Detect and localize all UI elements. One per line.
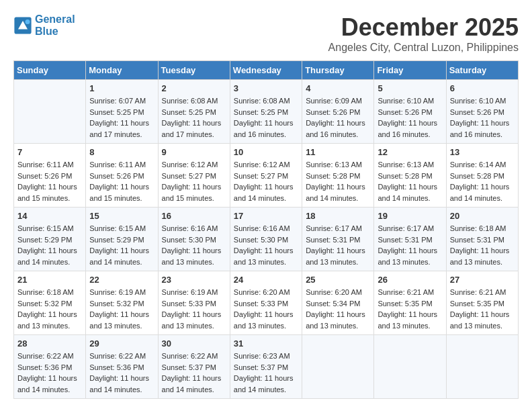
day-info: Sunrise: 6:16 AMSunset: 5:30 PMDaylight:…: [234, 223, 298, 267]
calendar-cell: [374, 335, 446, 399]
calendar-cell: 8Sunrise: 6:11 AMSunset: 5:26 PMDaylight…: [86, 144, 158, 208]
day-number: 23: [162, 275, 226, 285]
calendar-week-row: 28Sunrise: 6:22 AMSunset: 5:36 PMDayligh…: [14, 335, 519, 399]
calendar-cell: 29Sunrise: 6:22 AMSunset: 5:36 PMDayligh…: [86, 335, 158, 399]
day-number: 29: [89, 338, 154, 349]
day-number: 26: [378, 275, 442, 285]
day-info: Sunrise: 6:08 AMSunset: 5:25 PMDaylight:…: [162, 95, 226, 140]
weekday-header: Wednesday: [230, 61, 302, 80]
day-info: Sunrise: 6:08 AMSunset: 5:25 PMDaylight:…: [234, 95, 298, 140]
day-number: 4: [306, 83, 370, 93]
day-info: Sunrise: 6:18 AMSunset: 5:32 PMDaylight:…: [17, 287, 82, 331]
calendar-cell: 24Sunrise: 6:20 AMSunset: 5:33 PMDayligh…: [230, 271, 302, 335]
weekday-header: Thursday: [302, 61, 374, 80]
calendar-cell: 21Sunrise: 6:18 AMSunset: 5:32 PMDayligh…: [14, 271, 86, 335]
weekday-header: Monday: [86, 61, 158, 80]
day-info: Sunrise: 6:21 AMSunset: 5:35 PMDaylight:…: [450, 287, 515, 331]
day-info: Sunrise: 6:17 AMSunset: 5:31 PMDaylight:…: [378, 223, 442, 267]
calendar-week-row: 14Sunrise: 6:15 AMSunset: 5:29 PMDayligh…: [14, 208, 519, 271]
day-info: Sunrise: 6:22 AMSunset: 5:36 PMDaylight:…: [17, 351, 82, 395]
calendar-cell: 4Sunrise: 6:09 AMSunset: 5:26 PMDaylight…: [302, 80, 374, 144]
day-number: 10: [234, 147, 298, 157]
day-number: 5: [378, 83, 442, 93]
day-number: 13: [450, 147, 515, 157]
calendar-cell: 25Sunrise: 6:20 AMSunset: 5:34 PMDayligh…: [302, 271, 374, 335]
calendar-cell: 30Sunrise: 6:22 AMSunset: 5:37 PMDayligh…: [158, 335, 230, 399]
day-number: 2: [162, 83, 226, 93]
day-info: Sunrise: 6:19 AMSunset: 5:32 PMDaylight:…: [89, 287, 154, 331]
month-title: December 2025: [328, 13, 519, 42]
day-info: Sunrise: 6:17 AMSunset: 5:31 PMDaylight:…: [306, 223, 370, 267]
day-number: 14: [17, 211, 82, 221]
day-number: 3: [234, 83, 298, 93]
day-number: 7: [17, 147, 82, 157]
calendar-cell: 27Sunrise: 6:21 AMSunset: 5:35 PMDayligh…: [446, 271, 518, 335]
calendar-cell: 26Sunrise: 6:21 AMSunset: 5:35 PMDayligh…: [374, 271, 446, 335]
day-number: 20: [450, 211, 515, 221]
calendar-week-row: 21Sunrise: 6:18 AMSunset: 5:32 PMDayligh…: [14, 271, 519, 335]
calendar-cell: [446, 335, 518, 399]
day-number: 11: [306, 147, 370, 157]
calendar-cell: 15Sunrise: 6:15 AMSunset: 5:29 PMDayligh…: [86, 208, 158, 271]
day-number: 1: [89, 83, 154, 93]
day-info: Sunrise: 6:20 AMSunset: 5:34 PMDaylight:…: [306, 287, 370, 331]
day-number: 17: [234, 211, 298, 221]
day-number: 22: [89, 275, 154, 285]
day-number: 30: [162, 338, 226, 349]
weekday-header: Sunday: [14, 61, 86, 80]
day-info: Sunrise: 6:15 AMSunset: 5:29 PMDaylight:…: [17, 223, 82, 267]
calendar-cell: 23Sunrise: 6:19 AMSunset: 5:33 PMDayligh…: [158, 271, 230, 335]
weekday-header: Tuesday: [158, 61, 230, 80]
title-section: December 2025 Angeles City, Central Luzo…: [328, 13, 519, 54]
day-info: Sunrise: 6:11 AMSunset: 5:26 PMDaylight:…: [17, 159, 82, 203]
calendar-cell: 19Sunrise: 6:17 AMSunset: 5:31 PMDayligh…: [374, 208, 446, 271]
calendar-cell: 31Sunrise: 6:23 AMSunset: 5:37 PMDayligh…: [230, 335, 302, 399]
day-info: Sunrise: 6:14 AMSunset: 5:28 PMDaylight:…: [450, 159, 515, 203]
day-info: Sunrise: 6:18 AMSunset: 5:31 PMDaylight:…: [450, 223, 515, 267]
calendar-cell: 18Sunrise: 6:17 AMSunset: 5:31 PMDayligh…: [302, 208, 374, 271]
page-header: General Blue December 2025 Angeles City,…: [13, 13, 519, 54]
calendar-cell: 13Sunrise: 6:14 AMSunset: 5:28 PMDayligh…: [446, 144, 518, 208]
day-number: 25: [306, 275, 370, 285]
calendar-cell: 10Sunrise: 6:12 AMSunset: 5:27 PMDayligh…: [230, 144, 302, 208]
calendar-cell: 20Sunrise: 6:18 AMSunset: 5:31 PMDayligh…: [446, 208, 518, 271]
day-info: Sunrise: 6:22 AMSunset: 5:37 PMDaylight:…: [162, 351, 226, 395]
day-number: 9: [162, 147, 226, 157]
day-number: 15: [89, 211, 154, 221]
day-info: Sunrise: 6:20 AMSunset: 5:33 PMDaylight:…: [234, 287, 298, 331]
day-number: 27: [450, 275, 515, 285]
calendar-cell: 11Sunrise: 6:13 AMSunset: 5:28 PMDayligh…: [302, 144, 374, 208]
day-number: 18: [306, 211, 370, 221]
day-number: 24: [234, 275, 298, 285]
calendar-cell: 17Sunrise: 6:16 AMSunset: 5:30 PMDayligh…: [230, 208, 302, 271]
day-number: 31: [234, 338, 298, 349]
day-info: Sunrise: 6:21 AMSunset: 5:35 PMDaylight:…: [378, 287, 442, 331]
logo-text: General Blue: [35, 13, 75, 38]
day-info: Sunrise: 6:16 AMSunset: 5:30 PMDaylight:…: [162, 223, 226, 267]
calendar-cell: 5Sunrise: 6:10 AMSunset: 5:26 PMDaylight…: [374, 80, 446, 144]
logo: General Blue: [13, 13, 75, 38]
day-info: Sunrise: 6:22 AMSunset: 5:36 PMDaylight:…: [89, 351, 154, 395]
day-info: Sunrise: 6:19 AMSunset: 5:33 PMDaylight:…: [162, 287, 226, 331]
calendar-cell: 14Sunrise: 6:15 AMSunset: 5:29 PMDayligh…: [14, 208, 86, 271]
day-info: Sunrise: 6:13 AMSunset: 5:28 PMDaylight:…: [306, 159, 370, 203]
logo-icon: [13, 16, 32, 35]
day-info: Sunrise: 6:15 AMSunset: 5:29 PMDaylight:…: [89, 223, 154, 267]
day-number: 16: [162, 211, 226, 221]
day-number: 12: [378, 147, 442, 157]
day-number: 28: [17, 338, 82, 349]
day-info: Sunrise: 6:23 AMSunset: 5:37 PMDaylight:…: [234, 351, 298, 395]
location: Angeles City, Central Luzon, Philippines: [328, 42, 519, 54]
calendar-cell: 22Sunrise: 6:19 AMSunset: 5:32 PMDayligh…: [86, 271, 158, 335]
day-info: Sunrise: 6:12 AMSunset: 5:27 PMDaylight:…: [234, 159, 298, 203]
calendar-cell: 12Sunrise: 6:13 AMSunset: 5:28 PMDayligh…: [374, 144, 446, 208]
calendar-week-row: 1Sunrise: 6:07 AMSunset: 5:25 PMDaylight…: [14, 80, 519, 144]
weekday-header: Friday: [374, 61, 446, 80]
day-info: Sunrise: 6:12 AMSunset: 5:27 PMDaylight:…: [162, 159, 226, 203]
calendar-cell: 2Sunrise: 6:08 AMSunset: 5:25 PMDaylight…: [158, 80, 230, 144]
calendar-cell: 1Sunrise: 6:07 AMSunset: 5:25 PMDaylight…: [86, 80, 158, 144]
day-info: Sunrise: 6:09 AMSunset: 5:26 PMDaylight:…: [306, 95, 370, 140]
day-number: 8: [89, 147, 154, 157]
day-info: Sunrise: 6:11 AMSunset: 5:26 PMDaylight:…: [89, 159, 154, 203]
day-number: 19: [378, 211, 442, 221]
